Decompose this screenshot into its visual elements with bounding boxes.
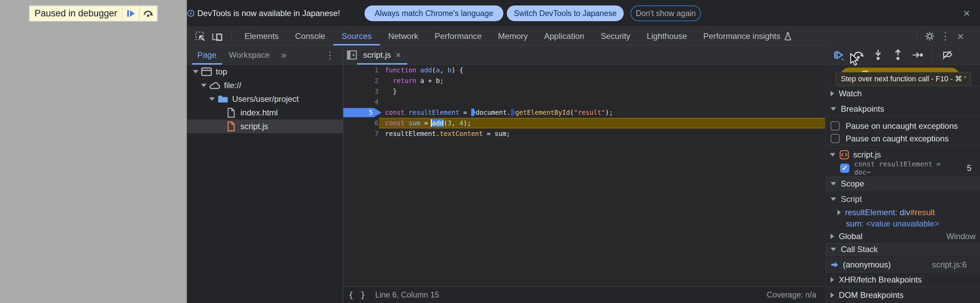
dont-show-again-button[interactable]: Don't show again xyxy=(630,5,701,21)
scope-script-group[interactable]: Script xyxy=(826,193,980,205)
always-match-language-button[interactable]: Always match Chrome's language xyxy=(364,5,503,21)
panel-tab-sources[interactable]: Sources xyxy=(333,27,380,46)
chevron-down-icon xyxy=(830,247,836,251)
step-button[interactable] xyxy=(912,49,924,61)
line-number[interactable]: 4 xyxy=(343,97,379,107)
file-tree: topfile://Users/user/projectindex.htmlsc… xyxy=(187,65,343,303)
line-number[interactable]: 7 xyxy=(343,128,379,139)
more-tabs-icon[interactable]: » xyxy=(275,46,292,65)
navigator-tab-page[interactable]: Page xyxy=(192,46,222,65)
tree-item-script-js[interactable]: script.js xyxy=(187,119,343,133)
line-number[interactable]: 2 xyxy=(343,76,379,86)
chevron-right-icon xyxy=(830,277,834,282)
code-line-6[interactable]: 6const sum = add(3, 4); xyxy=(343,118,825,128)
breakpoint-entry[interactable]: ✓ const resultElement = doc⋯ 5 xyxy=(826,162,980,175)
resume-script-button[interactable] xyxy=(123,6,139,21)
collapse-sidebar-icon[interactable] xyxy=(347,50,357,60)
step-over-button-banner[interactable] xyxy=(140,6,157,21)
step-icon xyxy=(912,51,924,59)
chevron-down-icon[interactable] xyxy=(201,84,207,87)
checkbox-checked[interactable]: ✓ xyxy=(840,163,850,173)
section-xhr-breakpoints[interactable]: XHR/fetch Breakpoints xyxy=(826,273,980,286)
breakpoint-group-scriptjs[interactable]: script.js xyxy=(826,148,980,161)
resume-button[interactable] xyxy=(833,49,844,61)
switch-devtools-japanese-button[interactable]: Switch DevTools to Japanese xyxy=(507,5,624,21)
tab-close-icon[interactable]: × xyxy=(396,50,401,60)
line-number[interactable]: 1 xyxy=(343,65,379,76)
devtools-close-button[interactable]: × xyxy=(953,29,968,44)
call-frame-anonymous[interactable]: (anonymous) script.js:6 xyxy=(826,257,980,272)
panel-tab-console[interactable]: Console xyxy=(287,27,333,46)
step-out-icon xyxy=(893,49,903,61)
info-icon: i xyxy=(188,10,194,17)
editor-tabbar: script.js × xyxy=(343,46,825,65)
tree-item-users-user-project[interactable]: Users/user/project xyxy=(187,92,343,106)
deactivate-breakpoints-icon xyxy=(942,50,953,60)
devtools-main-toolbar: ElementsConsoleSourcesNetworkPerformance… xyxy=(187,27,980,46)
line-number[interactable]: 3 xyxy=(343,86,379,97)
settings-gear-icon[interactable] xyxy=(924,30,935,42)
active-tab-underline xyxy=(357,63,407,65)
line-number[interactable]: 6 xyxy=(343,118,379,128)
chevron-down-icon[interactable] xyxy=(193,70,198,73)
code-line-2[interactable]: 2 return a + b; xyxy=(343,76,825,86)
chevron-down-icon xyxy=(830,182,836,186)
checkbox-unchecked[interactable] xyxy=(830,134,840,143)
tree-item-file-[interactable]: file:// xyxy=(187,79,343,92)
coverage-label: Coverage: n/a xyxy=(767,287,816,303)
breakpoint-marker[interactable]: 5 xyxy=(343,108,382,117)
panel-tab-memory[interactable]: Memory xyxy=(490,27,536,46)
cloud-icon xyxy=(209,81,221,89)
scope-var-sum[interactable]: sum: <value unavailable> xyxy=(826,217,980,230)
inline-breakpoint-marker-active[interactable] xyxy=(471,109,476,116)
kebab-menu-icon[interactable]: ⋮ xyxy=(938,29,953,44)
section-call-stack[interactable]: Call Stack xyxy=(826,243,980,256)
code-line-1[interactable]: 1function add(a, b) { xyxy=(343,65,825,76)
flask-icon xyxy=(784,32,792,41)
section-scope[interactable]: Scope xyxy=(826,177,980,190)
scope-var-resultelement[interactable]: resultElement: div#result xyxy=(826,206,980,219)
step-over-tooltip: Step over next function call - F10 - ⌘ ' xyxy=(836,72,971,86)
language-infobar: i DevTools is now available in Japanese!… xyxy=(187,0,980,27)
chevron-right-icon xyxy=(830,91,834,96)
scope-global-group[interactable]: Global Window xyxy=(826,230,980,243)
chevron-down-icon[interactable] xyxy=(209,97,215,101)
debugger-toolbar xyxy=(826,46,980,65)
tree-item-index-html[interactable]: index.html xyxy=(187,106,343,119)
breakpoint-line-number: 5 xyxy=(967,163,972,173)
navigator-kebab-menu-icon[interactable]: ⋮ xyxy=(323,46,337,65)
code-line-5[interactable]: 5const resultElement = document.getEleme… xyxy=(343,107,825,118)
editor-tab-scriptjs[interactable]: script.js × xyxy=(357,46,407,65)
panel-tab-elements[interactable]: Elements xyxy=(236,27,287,46)
section-breakpoints[interactable]: Breakpoints xyxy=(826,103,980,116)
devtools-window: i DevTools is now available in Japanese!… xyxy=(187,0,980,303)
pretty-print-icon[interactable]: { } xyxy=(348,290,366,300)
active-frame-arrow-icon xyxy=(830,261,839,268)
tree-item-top[interactable]: top xyxy=(187,65,343,79)
deactivate-breakpoints-button[interactable] xyxy=(942,49,953,61)
code-line-7[interactable]: 7resultElement.textContent = sum; xyxy=(343,128,825,139)
panel-tab-lighthouse[interactable]: Lighthouse xyxy=(638,27,695,46)
inspect-icon[interactable] xyxy=(195,31,206,42)
panel-tab-security[interactable]: Security xyxy=(593,27,639,46)
pause-uncaught-row[interactable]: Pause on uncaught exceptions xyxy=(826,119,980,132)
code-line-4[interactable]: 4 xyxy=(343,97,825,107)
checkbox-unchecked[interactable] xyxy=(830,121,840,130)
panel-tab-performance-insights[interactable]: Performance insights xyxy=(695,27,800,46)
step-into-button[interactable] xyxy=(872,49,884,61)
source-editor[interactable]: 1function add(a, b) {2 return a + b;3 }4… xyxy=(343,65,825,286)
code-line-3[interactable]: 3 } xyxy=(343,86,825,97)
device-toolbar-icon[interactable] xyxy=(212,32,224,42)
pause-caught-row[interactable]: Pause on caught exceptions xyxy=(826,132,980,145)
panel-tab-network[interactable]: Network xyxy=(380,27,426,46)
infobar-close-button[interactable]: × xyxy=(959,5,974,21)
section-dom-breakpoints[interactable]: DOM Breakpoints xyxy=(826,289,980,301)
panel-tab-application[interactable]: Application xyxy=(536,27,592,46)
inline-breakpoint-marker[interactable] xyxy=(511,109,515,116)
step-out-button[interactable] xyxy=(892,49,904,61)
section-watch[interactable]: Watch xyxy=(826,87,980,100)
panel-tab-performance[interactable]: Performance xyxy=(426,27,490,46)
paused-banner-label: Paused in debugger xyxy=(30,6,122,21)
navigator-tab-workspace[interactable]: Workspace xyxy=(227,46,272,65)
frame-location: script.js:6 xyxy=(932,260,967,270)
